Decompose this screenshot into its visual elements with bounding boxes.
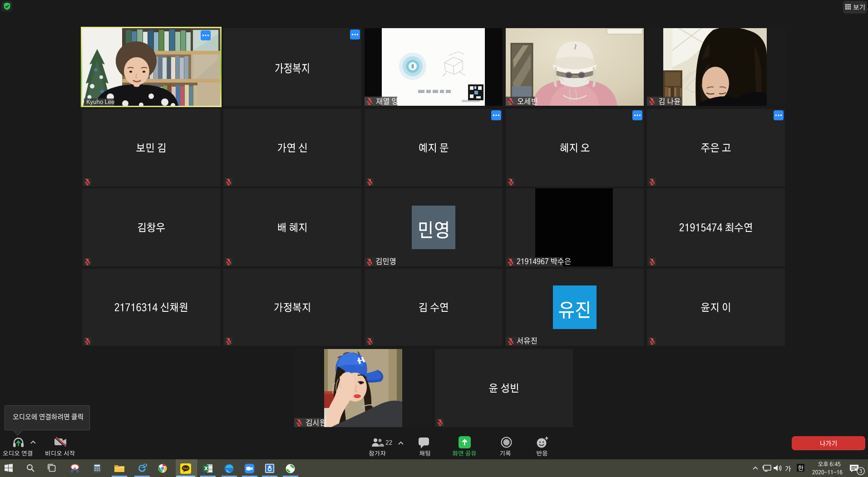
svg-text:TALK: TALK: [182, 467, 189, 470]
